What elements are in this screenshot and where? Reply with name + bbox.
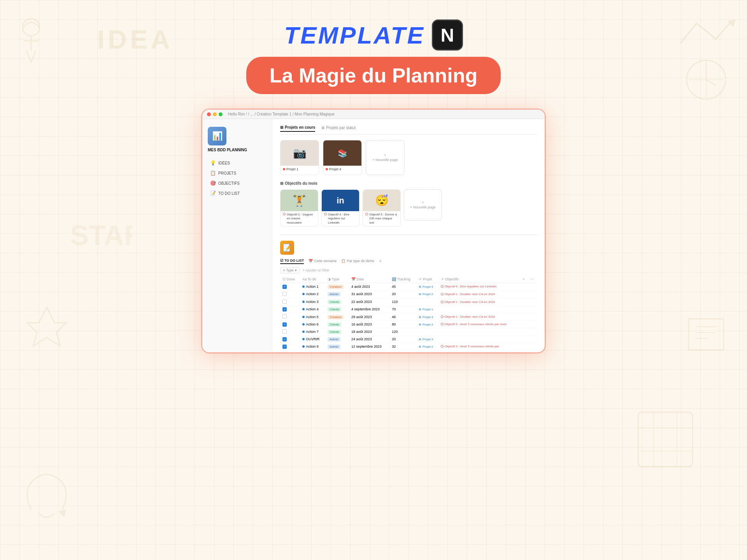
objectif-card-5[interactable]: 😴 Objectif 5 : Dormir à 23h max chaque s… — [363, 189, 401, 227]
objectif-2-image: 🏋️ — [281, 190, 318, 211]
projet-link[interactable]: ⊕ Projet 1 — [419, 308, 433, 311]
sidebar-label-todolist: TO DO LIST — [218, 191, 240, 196]
task-date: 16 août 2023 — [349, 321, 389, 328]
objectif-link[interactable]: Objectif 3 : Avoir 5 nouveaux clients pa… — [441, 322, 518, 326]
task-name[interactable]: Action 2 — [306, 292, 319, 296]
task-date: 29 août 2023 — [349, 313, 389, 321]
objectif-link[interactable]: Objectif 3 : Avoir 5 nouveaux clients pa… — [441, 345, 518, 348]
new-page-label: + Nouvelle page — [372, 158, 398, 162]
table-row: ✓ Action 4 Clients 4 septembre 2023 70 ⊕… — [280, 306, 537, 313]
task-tracking: 70 — [389, 306, 416, 313]
task-dot — [302, 345, 305, 348]
chevron-down-icon: ▾ — [295, 268, 297, 272]
sidebar-item-projets[interactable]: 📋 PROJETS — [208, 169, 267, 177]
project-4-label: Projet 4 — [323, 166, 361, 173]
type-tag: Admin — [328, 337, 340, 341]
task-dot — [302, 285, 305, 288]
tab-todo-list[interactable]: ☑ TO DO LIST — [280, 259, 304, 264]
task-name[interactable]: Action 6 — [306, 322, 319, 326]
done-checkbox[interactable]: ✓ — [282, 307, 287, 312]
projet-link[interactable]: ⊕ Projet 2 — [419, 323, 433, 326]
task-date: 31 août 2023 — [349, 290, 389, 298]
new-objectif-plus-icon: + — [422, 201, 424, 205]
new-page-button[interactable]: + + Nouvelle page — [366, 140, 405, 175]
table-row: ✓ Action 9 Admin 12 septembre 2023 32 ⊕ … — [280, 343, 537, 350]
done-checkbox[interactable] — [282, 329, 287, 334]
objectif-5-dot — [365, 213, 368, 215]
calendar-icon: 📅 — [309, 259, 313, 263]
sidebar-title: MES BDD PLANNING — [208, 148, 267, 152]
table-row: ✓ Action 6 Clients 16 août 2023 80 ⊕ Pro… — [280, 321, 537, 328]
col-todo: Aa To do — [300, 276, 325, 283]
projet-link[interactable]: ⊕ Projet 2 — [419, 345, 433, 348]
add-filter-button[interactable]: + Ajouter un filtre — [303, 268, 329, 272]
done-checkbox[interactable]: ✓ — [282, 337, 287, 341]
task-name[interactable]: Action 3 — [306, 300, 319, 304]
task-name[interactable]: Action 4 — [306, 307, 319, 311]
col-projet: ↗ Projet — [416, 276, 438, 283]
task-name[interactable]: OUVRIR — [306, 337, 319, 341]
objectif-link[interactable]: Objectif 1 : Doubler mon CA en 2024 — [441, 300, 518, 304]
task-name[interactable]: Action 7 — [306, 330, 319, 334]
minimize-button[interactable] — [213, 112, 217, 116]
projet-link[interactable]: ⊕ Projet 2 — [419, 292, 433, 296]
task-name[interactable]: Action 9 — [306, 345, 319, 348]
done-checkbox[interactable]: ✓ — [282, 345, 287, 349]
col-date: 📅 Date — [349, 276, 389, 283]
objectif-2-label: Objectif 2 : Gagner en masse musculaire — [281, 211, 318, 226]
sidebar-item-todolist[interactable]: 📝 TO DO LIST — [208, 189, 267, 198]
type-tag: Clients — [328, 322, 341, 327]
tab-par-type[interactable]: 📋 Par type de tâche — [341, 259, 374, 264]
objectif-card-4[interactable]: in Objectif 4 : Etre régulière sur Linke… — [321, 189, 359, 227]
projet-link[interactable]: ⊕ Projet 3 — [419, 338, 433, 341]
task-name[interactable]: Action 5 — [306, 315, 319, 319]
sidebar: 📊 MES BDD PLANNING 💡 IDÉES 📋 PROJETS 🎯 O… — [202, 119, 272, 352]
maximize-button[interactable] — [219, 112, 223, 116]
col-more[interactable]: ··· — [528, 276, 537, 283]
objectif-4-dot — [324, 213, 327, 215]
objectif-link[interactable]: Objectif 1 : Doubler mon CA en 2024 — [441, 292, 518, 296]
objectif-link[interactable]: Objectif 4 : Etre régulière sur Linkedin — [441, 285, 518, 288]
filter-bar: ≡ Type ▾ + Ajouter un filtre — [280, 267, 537, 273]
tab-cette-semaine[interactable]: 📅 Cette semaine — [309, 259, 337, 264]
col-done: ☑ Done — [280, 276, 300, 283]
objectif-card-2[interactable]: 🏋️ Objectif 2 : Gagner en masse musculai… — [280, 189, 318, 227]
task-date: 4 septembre 2023 — [349, 306, 389, 313]
col-add[interactable]: + — [520, 276, 528, 283]
projet-link[interactable]: ⊕ Projet 4 — [419, 285, 433, 289]
done-checkbox[interactable] — [282, 314, 287, 318]
done-checkbox[interactable]: ✓ — [282, 285, 287, 289]
task-tracking: 110 — [389, 298, 416, 306]
type-tag: Clients — [328, 307, 341, 312]
project-card-4[interactable]: 📚 Projet 4 — [323, 140, 362, 175]
done-checkbox[interactable] — [282, 292, 287, 296]
project-card-1[interactable]: 📷 Projet 1 — [280, 140, 319, 175]
header-subtitle: La Magie du Planning — [246, 57, 501, 94]
objectif-link[interactable]: Objectif 1 : Doubler mon CA en 2024 — [441, 315, 518, 318]
todolist-icon: 📝 — [210, 191, 216, 196]
new-objectif-button[interactable]: + + Nouvelle page — [404, 189, 442, 220]
col-tracking: 🔢 Tracking — [389, 276, 416, 283]
bulb-icon: 💡 — [210, 160, 216, 166]
task-name[interactable]: Action 1 — [306, 285, 319, 289]
projet-link[interactable]: ⊕ Projet 3 — [419, 315, 433, 319]
sidebar-item-idees[interactable]: 💡 IDÉES — [208, 159, 267, 167]
task-date: 4 août 2023 — [349, 283, 389, 290]
sidebar-label-idees: IDÉES — [218, 161, 230, 165]
tab-projets-en-cours[interactable]: ⊞ Projets en cours — [280, 125, 315, 132]
task-tracking: 80 — [389, 321, 416, 328]
close-button[interactable] — [207, 112, 211, 116]
objectif-4-image: in — [322, 190, 359, 211]
sidebar-nav: 💡 IDÉES 📋 PROJETS 🎯 OBJECTIFS 📝 TO DO LI… — [208, 159, 267, 198]
done-checkbox[interactable]: ✓ — [282, 322, 287, 327]
projets-par-statut-icon: ⊞ — [321, 126, 324, 130]
titlebar: Hello Rim ! / ... / Création Template 1 … — [202, 110, 545, 119]
add-view-button[interactable]: + — [379, 259, 382, 264]
tab-projets-par-statut[interactable]: ⊞ Projets par statut — [321, 125, 356, 132]
sidebar-item-objectifs[interactable]: 🎯 OBJECTIFS — [208, 179, 267, 187]
type-filter[interactable]: ≡ Type ▾ — [280, 267, 300, 273]
breadcrumb: Hello Rim ! / ... / Création Template 1 … — [228, 112, 335, 116]
done-checkbox[interactable] — [282, 299, 287, 304]
template-label: TEMPLATE — [284, 21, 425, 49]
task-date: 24 août 2023 — [349, 336, 389, 343]
